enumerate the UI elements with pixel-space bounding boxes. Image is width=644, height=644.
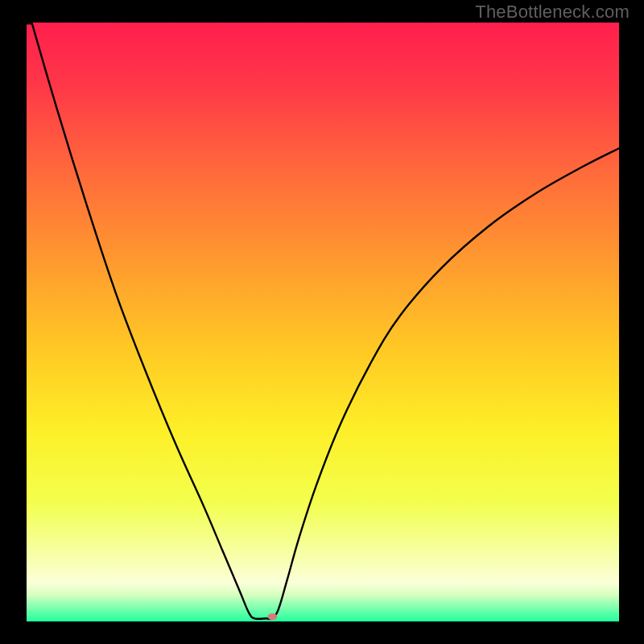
minimum-marker [267,613,277,620]
plot-background [27,23,619,621]
chart-frame: { "watermark": "TheBottleneck.com", "cha… [0,0,644,644]
bottleneck-chart [0,0,644,644]
